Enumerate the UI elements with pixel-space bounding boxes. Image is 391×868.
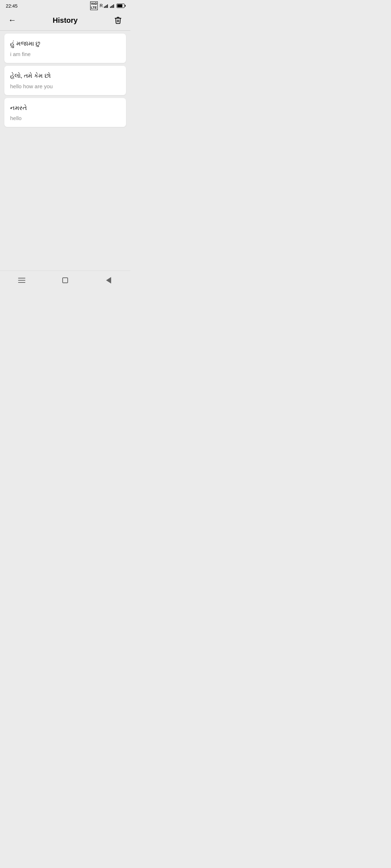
back-triangle-icon <box>106 277 111 284</box>
status-icons: VoDLTE R <box>90 1 125 10</box>
carrier-label: R <box>100 3 103 8</box>
card-2-original: હેલો, તમે કેમ છો <box>10 72 120 80</box>
home-icon <box>62 277 68 283</box>
card-3-translation: hello <box>10 114 120 122</box>
battery-icon <box>117 4 125 8</box>
nav-back-button[interactable] <box>98 273 119 288</box>
status-time: 22:45 <box>6 3 18 9</box>
history-card-2[interactable]: હેલો, તમે કેમ છો hello how are you <box>4 66 126 95</box>
back-button[interactable]: ← <box>6 14 19 27</box>
card-1-translation: i am fine <box>10 50 120 58</box>
hamburger-icon <box>18 278 25 283</box>
card-2-translation: hello how are you <box>10 82 120 90</box>
card-1-original: હું મજામા છુ <box>10 39 120 48</box>
signal-bars-2 <box>110 4 114 8</box>
back-arrow-icon: ← <box>8 16 16 25</box>
status-bar: 22:45 VoDLTE R <box>0 0 130 10</box>
battery-fill <box>117 4 122 7</box>
history-card-3[interactable]: નમસ્તે hello <box>4 98 126 127</box>
delete-button[interactable] <box>112 14 125 27</box>
nav-menu-button[interactable] <box>11 273 33 288</box>
carrier-icon: VoDLTE <box>90 1 98 10</box>
nav-bar <box>0 271 130 289</box>
signal-bars-1 <box>104 4 108 8</box>
app-bar: ← History <box>0 10 130 30</box>
page-title: History <box>53 16 78 25</box>
card-3-original: નમસ્તે <box>10 104 120 112</box>
trash-icon <box>114 16 122 24</box>
history-card-1[interactable]: હું મજામા છુ i am fine <box>4 34 126 63</box>
history-list: હું મજામા છુ i am fine હેલો, તમે કેમ છો … <box>0 31 130 130</box>
nav-home-button[interactable] <box>54 273 76 288</box>
